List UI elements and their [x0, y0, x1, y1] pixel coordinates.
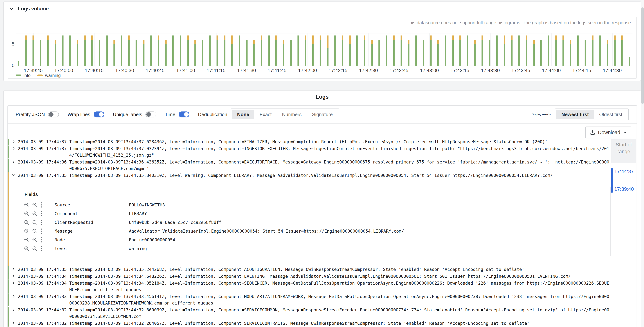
- chevron-right-icon[interactable]: [12, 307, 18, 320]
- chart-bar[interactable]: [40, 40, 42, 66]
- zoom-out-icon[interactable]: [32, 237, 38, 243]
- chevron-right-icon[interactable]: [12, 320, 18, 327]
- chart-bar[interactable]: [84, 36, 86, 66]
- chart-bar[interactable]: [548, 36, 549, 66]
- chart-bar[interactable]: [305, 36, 306, 66]
- chart-bar[interactable]: [209, 36, 211, 66]
- option-oldest-first[interactable]: Oldest first: [594, 110, 628, 119]
- chart-bar[interactable]: [298, 36, 299, 66]
- chart-bar[interactable]: [114, 40, 115, 66]
- kebab-menu-icon[interactable]: [40, 237, 43, 243]
- chart-bar[interactable]: [570, 40, 572, 66]
- chart-bar[interactable]: [371, 40, 373, 66]
- chart-bar[interactable]: [77, 40, 78, 66]
- chart-bar[interactable]: [400, 36, 402, 66]
- legend-item-info[interactable]: info: [16, 73, 31, 78]
- chart-bar[interactable]: [577, 36, 579, 66]
- chart-bar[interactable]: [482, 36, 483, 66]
- chart-bar[interactable]: [128, 36, 130, 66]
- chart-bar[interactable]: [224, 36, 226, 66]
- chart-bar[interactable]: [121, 36, 122, 66]
- log-row[interactable]: 2014-03-09 17:44:37 Timestamp=2014-03-09…: [8, 138, 611, 145]
- chart-bar[interactable]: [621, 36, 623, 66]
- zoom-in-icon[interactable]: [24, 211, 29, 216]
- kebab-menu-icon[interactable]: [40, 202, 43, 208]
- log-row[interactable]: 2014-03-09 17:44:34 Timestamp=2014-03-09…: [8, 273, 611, 280]
- chart-bar[interactable]: [91, 36, 93, 66]
- chart-bar[interactable]: [555, 36, 557, 66]
- chart-bar[interactable]: [150, 36, 152, 66]
- chart-plot-area[interactable]: [16, 33, 632, 66]
- chart-bar[interactable]: [584, 40, 586, 66]
- chevron-right-icon[interactable]: [12, 293, 18, 306]
- chart-bar[interactable]: [136, 40, 137, 66]
- download-button[interactable]: Download: [585, 127, 631, 138]
- chart-bar[interactable]: [165, 40, 166, 66]
- chevron-right-icon[interactable]: [12, 145, 18, 158]
- log-row[interactable]: 2014-03-09 17:44:32 Timestamp=2014-03-09…: [8, 320, 611, 327]
- log-row[interactable]: 2014-03-09 17:44:36 Timestamp=2014-03-09…: [8, 159, 611, 172]
- chart-bar[interactable]: [327, 36, 328, 66]
- zoom-out-icon[interactable]: [32, 202, 38, 208]
- chart-bar[interactable]: [47, 36, 49, 66]
- page-scrollbar[interactable]: [641, 0, 644, 327]
- chart-bar[interactable]: [364, 36, 365, 66]
- chart-bar[interactable]: [312, 36, 314, 66]
- chart-bar[interactable]: [25, 36, 27, 66]
- zoom-in-icon[interactable]: [24, 228, 29, 234]
- chart-bar[interactable]: [393, 36, 395, 66]
- collapse-chevron-icon[interactable]: [9, 7, 14, 11]
- log-row[interactable]: 2014-03-09 17:44:37 Timestamp=2014-03-09…: [8, 145, 611, 159]
- chart-bar[interactable]: [408, 40, 410, 66]
- chart-bar[interactable]: [430, 36, 432, 66]
- toggle-switch-wrap-lines[interactable]: [94, 112, 104, 117]
- kebab-menu-icon[interactable]: [40, 246, 43, 251]
- option-signature[interactable]: Signature: [307, 110, 338, 119]
- chevron-down-icon[interactable]: [12, 172, 18, 266]
- toggle-switch-prettify-json[interactable]: [48, 112, 59, 117]
- chart-bar[interactable]: [518, 36, 520, 66]
- chart-bar[interactable]: [334, 36, 336, 66]
- chart-bar[interactable]: [460, 36, 461, 66]
- zoom-out-icon[interactable]: [32, 220, 38, 225]
- chart-bar[interactable]: [342, 36, 343, 66]
- chart-bar[interactable]: [437, 40, 439, 66]
- chart-bar[interactable]: [172, 36, 174, 66]
- chart-bar[interactable]: [467, 36, 468, 66]
- chart-bar[interactable]: [158, 36, 159, 66]
- zoom-in-icon[interactable]: [24, 237, 29, 243]
- chevron-right-icon[interactable]: [12, 139, 18, 145]
- kebab-menu-icon[interactable]: [40, 219, 43, 225]
- chart-bar[interactable]: [629, 57, 630, 66]
- chart-bar[interactable]: [356, 36, 358, 66]
- chart-bar[interactable]: [69, 36, 71, 66]
- toggle-switch-unique-labels[interactable]: [146, 112, 156, 117]
- chart-bar[interactable]: [62, 36, 64, 66]
- chart-bar[interactable]: [253, 40, 255, 66]
- chart-bar[interactable]: [504, 36, 505, 66]
- chart-bar[interactable]: [232, 36, 233, 66]
- chart-bar[interactable]: [246, 40, 248, 66]
- chart-bar[interactable]: [54, 40, 56, 66]
- chart-bar[interactable]: [187, 36, 189, 66]
- zoom-out-icon[interactable]: [32, 246, 38, 251]
- log-row[interactable]: 2014-03-09 17:44:32 Timestamp=2014-03-09…: [8, 306, 611, 320]
- chart-bar[interactable]: [106, 36, 108, 66]
- zoom-in-icon[interactable]: [24, 202, 29, 208]
- chart-bar[interactable]: [489, 40, 490, 66]
- chart-bar[interactable]: [143, 40, 144, 66]
- zoom-in-icon[interactable]: [24, 220, 29, 225]
- chart-bar[interactable]: [511, 36, 512, 66]
- chart-bar[interactable]: [268, 36, 270, 66]
- kebab-menu-icon[interactable]: [40, 228, 43, 234]
- log-row[interactable]: 2014-03-09 17:44:34 Timestamp=2014-03-09…: [8, 280, 611, 293]
- chart-bar[interactable]: [562, 36, 564, 66]
- option-exact[interactable]: Exact: [254, 110, 277, 119]
- zoom-in-icon[interactable]: [24, 246, 29, 251]
- chart-bar[interactable]: [496, 36, 498, 66]
- chart-bar[interactable]: [614, 36, 616, 66]
- chart-bar[interactable]: [378, 40, 380, 66]
- zoom-out-icon[interactable]: [32, 228, 38, 234]
- chart-bar[interactable]: [32, 36, 34, 66]
- chevron-right-icon[interactable]: [12, 273, 18, 280]
